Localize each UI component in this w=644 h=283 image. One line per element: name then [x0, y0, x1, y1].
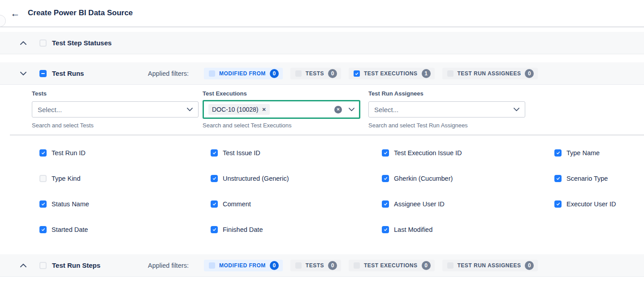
collapse-toggle[interactable] [20, 39, 27, 47]
field-label: Type Name [566, 149, 600, 157]
field-checkbox[interactable] [39, 149, 47, 157]
filter-badge-modified-from[interactable]: MODIFIED FROM 0 [204, 260, 283, 271]
section-label: Test Run Steps [52, 261, 100, 269]
field-option: Finished Date [211, 225, 263, 234]
badge-count: 0 [525, 261, 534, 270]
field-checkbox[interactable] [211, 149, 218, 157]
field-label: Test Execution Issue ID [394, 149, 462, 157]
check-icon [212, 202, 217, 206]
check-icon [212, 227, 217, 232]
badge-label: TESTS [306, 70, 324, 77]
clear-all-button[interactable]: ✕ [334, 106, 342, 113]
selected-value-chip[interactable]: DOC-10 (10028) ✕ [208, 104, 270, 115]
field-checkbox[interactable] [554, 200, 562, 208]
badge-label: MODIFIED FROM [219, 262, 266, 269]
chevron-down-icon [187, 108, 193, 111]
field-option: Scenario Type [554, 174, 608, 183]
field-option: Test Issue ID [211, 148, 260, 157]
chevron-up-icon [20, 41, 26, 45]
divider [10, 135, 644, 135]
field-option: Test Run ID [39, 148, 86, 157]
filter-helper-text: Search and select Tests [32, 122, 199, 129]
badge-checkbox [209, 70, 215, 77]
back-button[interactable]: ← [9, 7, 22, 20]
field-checkbox[interactable] [39, 200, 47, 208]
field-option: Executor User ID [554, 200, 616, 209]
filter-badge-tests[interactable]: TESTS 0 [290, 68, 341, 79]
page-header: ← Create Power BI Data Source [0, 0, 644, 27]
badge-checkbox [295, 262, 302, 269]
field-label: Executor User ID [566, 200, 616, 208]
badge-checkbox [354, 70, 360, 77]
field-option: Type Kind [39, 174, 81, 183]
check-icon [556, 176, 561, 181]
back-arrow-icon: ← [11, 8, 20, 19]
section-label: Test Runs [52, 70, 84, 77]
section-checkbox[interactable] [39, 70, 47, 77]
filter-label: Test Executions [203, 90, 360, 97]
clear-icon: ✕ [337, 107, 340, 112]
badge-label: TEST RUN ASSIGNEES [458, 262, 521, 269]
field-label: Unstructured (Generic) [223, 175, 289, 182]
field-checkbox[interactable] [382, 175, 389, 182]
field-checkbox[interactable] [554, 149, 562, 157]
badge-count: 0 [525, 69, 534, 78]
filter-label: Tests [32, 90, 199, 97]
field-checkbox[interactable] [39, 175, 47, 182]
field-label: Status Name [52, 200, 89, 208]
chip-remove-icon[interactable]: ✕ [262, 107, 266, 113]
chevron-down-icon [514, 108, 519, 111]
check-icon [556, 151, 561, 155]
field-label: Test Issue ID [223, 149, 260, 157]
chevron-down-icon [20, 72, 26, 75]
filter-helper-text: Search and select Test Executions [203, 122, 360, 129]
field-label: Type Kind [52, 175, 81, 182]
badge-label: MODIFIED FROM [219, 70, 266, 77]
filter-badge-test-executions[interactable]: TEST EXECUTIONS 0 [349, 260, 435, 271]
test-executions-select[interactable]: DOC-10 (10028) ✕ ✕ [203, 100, 360, 119]
page-title: Create Power BI Data Source [28, 9, 133, 17]
field-label: Scenario Type [566, 175, 608, 182]
field-checkbox[interactable] [382, 226, 389, 233]
filter-badge-test-run-assignees[interactable]: TEST RUN ASSIGNEES 0 [442, 260, 538, 271]
badge-label: TESTS [306, 262, 324, 269]
badge-count: 0 [270, 261, 279, 270]
field-label: Gherkin (Cucumber) [394, 175, 453, 182]
collapse-toggle[interactable] [20, 70, 27, 77]
badge-checkbox [209, 262, 215, 269]
filter-badge-tests[interactable]: TESTS 0 [290, 260, 341, 271]
section-test-run-steps: Test Run Steps Applied filters: MODIFIED… [0, 254, 644, 277]
field-option: Status Name [39, 200, 89, 209]
indeterminate-mark [41, 73, 45, 74]
field-label: Assignee User ID [394, 200, 445, 208]
badge-checkbox [354, 262, 360, 269]
check-icon [41, 227, 46, 232]
filter-badge-test-executions[interactable]: TEST EXECUTIONS 1 [349, 68, 435, 79]
check-icon [354, 72, 359, 76]
field-checkbox[interactable] [39, 226, 47, 233]
tests-select[interactable]: Select... [32, 101, 199, 118]
badge-count: 0 [422, 261, 431, 270]
field-checkbox[interactable] [554, 175, 562, 182]
badge-checkbox [295, 70, 302, 77]
field-option: Gherkin (Cucumber) [382, 174, 453, 183]
filter-label: Test Run Assignees [368, 90, 525, 97]
filter-tests: Tests Select... Search and select Tests [32, 90, 199, 129]
badge-checkbox [447, 70, 454, 77]
field-checkbox[interactable] [382, 149, 389, 157]
test-runs-filters: Tests Select... Search and select Tests … [0, 85, 644, 135]
badge-label: TEST EXECUTIONS [364, 70, 418, 77]
filter-badge-test-run-assignees[interactable]: TEST RUN ASSIGNEES 0 [442, 68, 538, 79]
chevron-down-icon [349, 108, 354, 111]
field-checkbox[interactable] [211, 175, 218, 182]
field-checkbox[interactable] [211, 200, 218, 208]
check-icon [383, 176, 388, 181]
section-checkbox[interactable] [39, 39, 47, 47]
field-checkbox[interactable] [382, 200, 389, 208]
test-run-assignees-select[interactable]: Select... [368, 101, 525, 118]
filter-badge-modified-from[interactable]: MODIFIED FROM 0 [204, 68, 283, 79]
section-checkbox[interactable] [39, 262, 47, 269]
badge-count: 0 [328, 69, 337, 78]
field-checkbox[interactable] [211, 226, 218, 233]
collapse-toggle[interactable] [20, 262, 27, 269]
